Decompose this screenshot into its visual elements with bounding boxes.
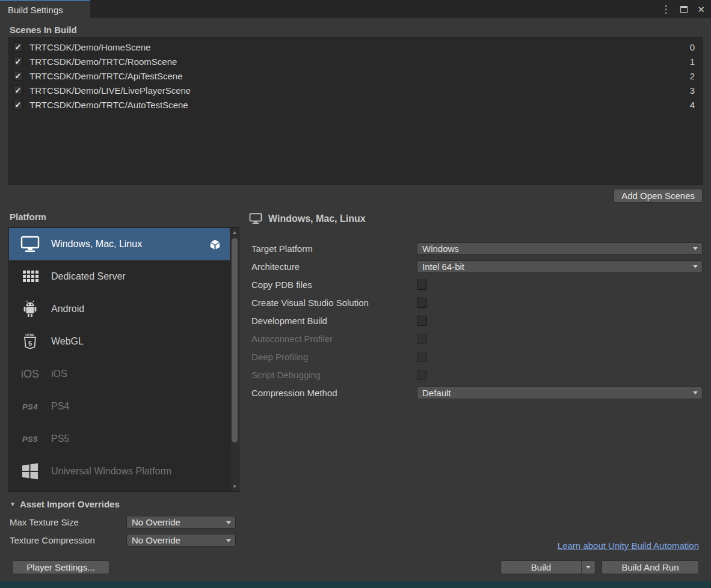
create-vs-solution-checkbox[interactable] [417,298,427,308]
monitor-icon [249,213,262,224]
texture-compression-row: Texture Compression No Override [10,534,236,547]
android-icon [16,300,44,318]
ps4-logo-icon: PS4 [16,402,44,411]
titlebar: Build Settings ⋮ ✕ [0,0,711,18]
setting-label: Max Texture Size [10,517,126,527]
scenes-in-build-list[interactable]: TRTCSDK/Demo/HomeScene 0 TRTCSDK/Demo/TR… [8,37,703,185]
scene-checkbox[interactable] [13,100,23,109]
dropdown-value: Default [422,388,451,398]
setting-row-script-debugging: Script Debugging [251,368,703,381]
window-tab[interactable]: Build Settings [0,0,90,18]
texture-compression-dropdown[interactable]: No Override [126,534,236,547]
scroll-down-icon[interactable]: ▼ [230,482,239,491]
foldout-triangle-icon: ▼ [10,501,16,507]
titlebar-icons: ⋮ ✕ [660,0,705,18]
setting-row-copy-pdb-files: Copy PDB files [251,278,703,291]
platform-scrollbar[interactable]: ▲ ▼ [230,228,239,491]
chevron-down-icon [586,566,591,569]
scene-path: TRTCSDK/Demo/TRTC/RoomScene [29,57,177,67]
asset-import-overrides-foldout[interactable]: ▼ Asset Import Overrides [10,499,120,509]
scene-row[interactable]: TRTCSDK/Demo/LIVE/LivePlayerScene 3 [9,83,702,97]
scrollbar-thumb[interactable] [232,238,238,443]
scenes-in-build-header: Scenes In Build [10,25,77,35]
setting-label: Autoconnect Profiler [251,334,417,344]
dropdown-value: No Override [132,535,180,545]
platform-label: iOS [51,369,67,379]
platform-item-windows-mac-linux[interactable]: Windows, Mac, Linux [9,228,230,260]
maximize-icon[interactable] [680,6,688,13]
scene-index: 2 [690,71,695,81]
svg-text:HTML: HTML [25,332,35,336]
scene-checkbox[interactable] [13,71,23,81]
player-settings-button[interactable]: Player Settings... [12,560,109,574]
build-button[interactable]: Build [500,560,582,574]
monitor-icon [16,236,44,253]
platform-label: PS4 [51,401,69,412]
setting-label: Architecture [251,262,417,272]
target-platform-dropdown[interactable]: Windows [417,242,703,255]
window-menu-icon[interactable]: ⋮ [660,4,671,14]
scene-index: 0 [690,42,695,52]
unity-build-automation-link[interactable]: Learn about Unity Build Automation [558,541,699,551]
platform-item-ios[interactable]: iOS iOS [9,358,230,390]
scene-index: 3 [690,85,695,96]
setting-row-autoconnect-profiler: Autoconnect Profiler [251,332,703,345]
platform-header: Platform [10,212,46,222]
scene-index: 1 [690,57,695,67]
platform-label: WebGL [51,336,84,347]
platform-label: Dedicated Server [51,271,126,282]
platform-item-dedicated-server[interactable]: Dedicated Server [9,260,230,293]
add-open-scenes-button[interactable]: Add Open Scenes [614,189,703,203]
scene-checkbox[interactable] [13,85,23,95]
chevron-down-icon [693,265,698,268]
close-icon[interactable]: ✕ [697,5,705,14]
chevron-down-icon [693,247,698,250]
scene-row[interactable]: TRTCSDK/Demo/TRTC/AutoTestScene 4 [9,97,702,112]
platform-item-webgl[interactable]: HTML 5 WebGL [9,325,230,358]
scene-row[interactable]: TRTCSDK/Demo/TRTC/RoomScene 1 [9,54,702,69]
setting-label: Script Debugging [251,370,417,380]
max-texture-size-dropdown[interactable]: No Override [126,516,236,528]
scene-row[interactable]: TRTCSDK/Demo/TRTC/ApiTestScene 2 [9,69,702,83]
ps5-logo-icon: PS5 [16,435,44,444]
window-title: Build Settings [8,5,63,15]
development-build-checkbox[interactable] [417,316,427,326]
copy-pdb-files-checkbox[interactable] [417,280,427,290]
platform-label: Android [51,304,84,314]
compression-method-dropdown[interactable]: Default [417,387,703,399]
platform-item-ps5[interactable]: PS5 PS5 [9,423,230,455]
asset-import-overrides-title: Asset Import Overrides [20,499,120,509]
dropdown-value: No Override [132,517,180,527]
setting-label: Compression Method [251,388,417,398]
dropdown-value: Windows [422,243,459,254]
setting-row-target-platform: Target Platform Windows [251,242,703,255]
setting-label: Target Platform [251,243,417,254]
platform-item-uwp[interactable]: Universal Windows Platform [9,455,230,488]
platform-label: PS5 [51,433,69,444]
selected-platform-title: Windows, Mac, Linux [268,213,366,224]
platform-item-ps4[interactable]: PS4 PS4 [9,390,230,423]
scene-path: TRTCSDK/Demo/HomeScene [29,42,150,52]
dropdown-value: Intel 64-bit [422,262,464,272]
html5-icon: HTML 5 [16,332,44,351]
setting-label: Development Build [251,316,417,326]
scene-checkbox[interactable] [13,57,23,66]
scroll-up-icon[interactable]: ▲ [230,228,239,237]
setting-label: Texture Compression [10,535,126,545]
scene-index: 4 [690,100,695,110]
setting-row-development-build: Development Build [251,314,703,327]
build-options-dropdown[interactable] [582,560,596,574]
setting-label: Deep Profiling [251,352,417,362]
chevron-down-icon [226,521,231,524]
platform-item-android[interactable]: Android [9,293,230,325]
max-texture-size-row: Max Texture Size No Override [10,516,236,528]
platform-label: Universal Windows Platform [51,466,171,477]
platform-label: Windows, Mac, Linux [51,239,142,250]
scene-checkbox[interactable] [13,42,23,52]
scene-row[interactable]: TRTCSDK/Demo/HomeScene 0 [9,40,702,54]
ios-logo-icon: iOS [16,368,44,381]
scene-path: TRTCSDK/Demo/TRTC/ApiTestScene [29,71,183,81]
build-and-run-button[interactable]: Build And Run [602,560,699,574]
unity-logo-icon [209,238,221,251]
architecture-dropdown[interactable]: Intel 64-bit [417,260,703,273]
